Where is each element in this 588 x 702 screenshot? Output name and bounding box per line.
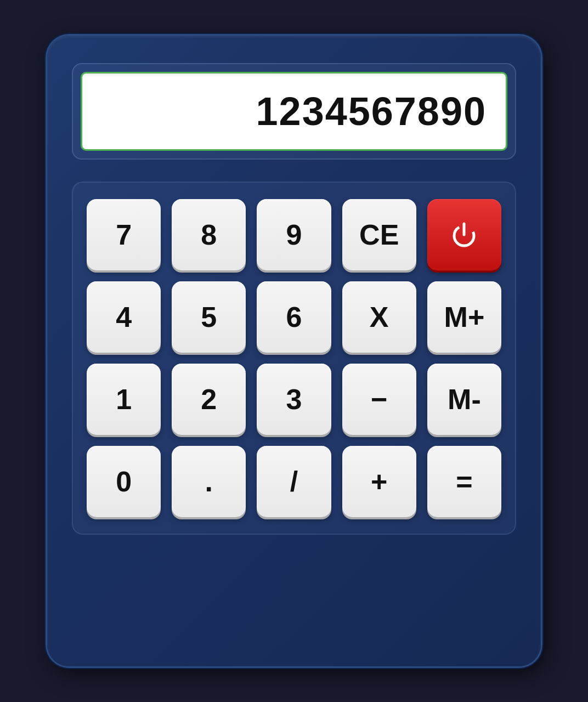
btn-5[interactable]: 5 xyxy=(172,281,246,353)
btn-row-4: 0 . / + = xyxy=(87,446,501,517)
btn-3[interactable]: 3 xyxy=(257,364,331,435)
btn-4[interactable]: 4 xyxy=(87,281,161,353)
btn-8[interactable]: 8 xyxy=(172,199,246,270)
btn-power[interactable] xyxy=(427,199,501,270)
btn-row-2: 4 5 6 X M+ xyxy=(87,281,501,353)
btn-2[interactable]: 2 xyxy=(172,364,246,435)
calculator: 1234567890 7 8 9 CE 4 5 6 X M+ xyxy=(47,36,541,666)
display-wrapper: 1234567890 xyxy=(72,63,516,160)
btn-mplus[interactable]: M+ xyxy=(427,281,501,353)
btn-9[interactable]: 9 xyxy=(257,199,331,270)
power-icon xyxy=(448,218,480,251)
btn-0[interactable]: 0 xyxy=(87,446,161,517)
display: 1234567890 xyxy=(81,72,507,151)
btn-row-1: 7 8 9 CE xyxy=(87,199,501,270)
btn-ce[interactable]: CE xyxy=(342,199,416,270)
btn-7[interactable]: 7 xyxy=(87,199,161,270)
btn-row-3: 1 2 3 − M- xyxy=(87,364,501,435)
btn-plus[interactable]: + xyxy=(342,446,416,517)
btn-6[interactable]: 6 xyxy=(257,281,331,353)
display-value: 1234567890 xyxy=(256,89,487,134)
btn-divide[interactable]: / xyxy=(257,446,331,517)
btn-minus[interactable]: − xyxy=(342,364,416,435)
btn-multiply[interactable]: X xyxy=(342,281,416,353)
button-panel: 7 8 9 CE 4 5 6 X M+ 1 2 3 − xyxy=(72,182,516,535)
btn-mminus[interactable]: M- xyxy=(427,364,501,435)
btn-1[interactable]: 1 xyxy=(87,364,161,435)
btn-dot[interactable]: . xyxy=(172,446,246,517)
btn-equals[interactable]: = xyxy=(427,446,501,517)
